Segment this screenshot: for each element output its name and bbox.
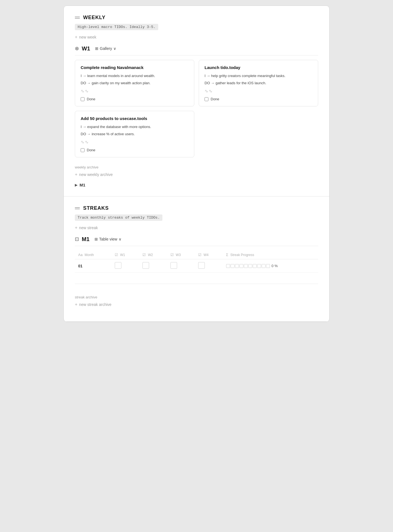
sq-10: [266, 264, 270, 268]
streaks-description: Track monthly streaks of weekly TIDOs.: [75, 214, 318, 225]
streaks-drag-handle[interactable]: [75, 207, 80, 209]
card-1-line1: I → learn mental models in and around we…: [81, 73, 188, 79]
card-3-wavy: ∿∿: [81, 139, 188, 145]
streaks-view-header: ⊡ M1 ⊞ Table view ∨: [75, 236, 318, 246]
card-3-line2: DO → increase % of active users.: [81, 131, 188, 137]
w3-checkbox[interactable]: [170, 262, 177, 269]
sigma-icon: Σ: [226, 253, 228, 257]
card-3-done-label: Done: [87, 148, 95, 152]
cell-w4[interactable]: [195, 259, 223, 273]
new-week-button[interactable]: + new week: [75, 35, 96, 40]
card-3-line1: I → expand the database with more option…: [81, 124, 188, 130]
cell-w2[interactable]: [139, 259, 167, 273]
gallery-grid: Complete reading Navalmanack I → learn m…: [75, 60, 318, 157]
calendar-icon: ⊡: [75, 236, 79, 242]
card-1-line2: DO → gain clarity on my wealth action pl…: [81, 80, 188, 86]
progress-squares: [226, 264, 270, 268]
streaks-section-header: STREAKS: [75, 205, 318, 211]
gallery-card-3: Add 50 products to usecase.tools I → exp…: [75, 111, 194, 157]
col-w4: ☑ W4: [195, 250, 223, 259]
col-w3-label: W3: [176, 253, 181, 257]
new-streak-label: new streak: [79, 226, 98, 230]
table-header-row: Aa Month ☑ W1 ☑ W2 ☑ W3: [75, 250, 318, 259]
card-2-title: Launch tido.today: [205, 65, 312, 70]
card-1-checkbox-input[interactable]: [81, 97, 85, 101]
checkbox-icon-w4: ☑: [198, 253, 201, 257]
streaks-section: STREAKS Track monthly streaks of weekly …: [64, 196, 329, 322]
col-streak-progress: Σ Streak Progress: [223, 250, 318, 259]
arrow-right-icon: ▶: [75, 183, 77, 187]
cell-w3[interactable]: [167, 259, 195, 273]
card-2-line1: I → help gritty creators complete meanin…: [205, 73, 312, 79]
streak-progress-cell: 0 %: [226, 264, 315, 268]
gallery-view-button[interactable]: ⊞ Gallery ∨: [93, 45, 118, 52]
new-week-plus-icon: +: [75, 35, 77, 40]
new-streak-archive-button[interactable]: + new streak archive: [75, 302, 111, 307]
weekly-title: WEEKLY: [83, 15, 106, 21]
card-1-done-label: Done: [87, 97, 95, 101]
weekly-view-header: ⊗ W1 ⊞ Gallery ∨: [75, 45, 318, 55]
col-w2-label: W2: [148, 253, 153, 257]
table-chevron-down-icon: ∨: [119, 237, 121, 241]
gallery-icon: ⊞: [95, 46, 98, 51]
new-streak-archive-plus-icon: +: [75, 302, 77, 307]
new-streak-plus-icon: +: [75, 225, 77, 230]
sq-3: [235, 264, 239, 268]
table-view-button[interactable]: ⊞ Table view ∨: [92, 236, 124, 242]
aa-icon: Aa: [78, 253, 83, 257]
col-month: Aa Month: [75, 250, 111, 259]
checkbox-icon-w2: ☑: [142, 253, 146, 257]
weekly-archive-label: weekly archive: [75, 165, 318, 169]
sq-5: [244, 264, 248, 268]
table-row: 01: [75, 259, 318, 273]
card-1-title: Complete reading Navalmanack: [81, 65, 188, 70]
col-month-label: Month: [85, 253, 94, 257]
col-w4-label: W4: [204, 253, 209, 257]
streaks-title: STREAKS: [83, 205, 109, 211]
card-2-done-checkbox[interactable]: Done: [205, 97, 312, 101]
col-w1: ☑ W1: [111, 250, 139, 259]
month-value: 01: [78, 264, 83, 268]
weekly-description: High-level macro TIDOs. Ideally 3-5.: [75, 24, 318, 35]
sq-1: [226, 264, 230, 268]
w2-checkbox[interactable]: [142, 262, 149, 269]
cell-w1[interactable]: [111, 259, 139, 273]
col-w3: ☑ W3: [167, 250, 195, 259]
table-view-label: Table view: [99, 237, 117, 241]
card-2-line2: DO → gather leads for the iOS launch.: [205, 80, 312, 86]
archive-m1-label: M1: [80, 183, 85, 187]
w4-checkbox[interactable]: [198, 262, 205, 269]
card-3-checkbox-input[interactable]: [81, 148, 85, 152]
card-1-done-checkbox[interactable]: Done: [81, 97, 188, 101]
sq-6: [248, 264, 252, 268]
sq-9: [262, 264, 266, 268]
w1-checkbox[interactable]: [115, 262, 121, 269]
sq-2: [231, 264, 234, 268]
card-3-title: Add 50 products to usecase.tools: [81, 116, 188, 121]
col-streak-label: Streak Progress: [230, 253, 254, 257]
new-streak-archive-label: new streak archive: [79, 302, 111, 307]
gallery-label: Gallery: [100, 46, 112, 51]
sq-8: [257, 264, 261, 268]
table-icon: ⊞: [95, 237, 98, 241]
weekly-view-name: W1: [82, 45, 90, 52]
gallery-card-1: Complete reading Navalmanack I → learn m…: [75, 60, 194, 106]
new-week-label: new week: [79, 35, 96, 39]
streak-archive-label: streak archive: [75, 295, 318, 299]
card-2-done-label: Done: [211, 97, 219, 101]
cell-streak-progress: 0 %: [223, 259, 318, 273]
new-streak-button[interactable]: + new streak: [75, 225, 98, 230]
new-weekly-archive-button[interactable]: + new weekly archive: [75, 172, 113, 177]
weekly-drag-handle[interactable]: [75, 17, 80, 19]
checkbox-icon-w3: ☑: [170, 253, 174, 257]
streaks-view-name: M1: [82, 236, 90, 242]
card-3-done-checkbox[interactable]: Done: [81, 148, 188, 152]
new-archive-plus-icon: +: [75, 172, 77, 177]
archive-m1-toggle[interactable]: ▶ M1: [75, 183, 85, 187]
page-container: WEEKLY High-level macro TIDOs. Ideally 3…: [63, 6, 330, 322]
gallery-card-2: Launch tido.today I → help gritty creato…: [199, 60, 318, 106]
sq-4: [239, 264, 243, 268]
col-w1-label: W1: [120, 253, 125, 257]
checkbox-icon-w1: ☑: [115, 253, 118, 257]
card-2-checkbox-input[interactable]: [205, 97, 208, 101]
